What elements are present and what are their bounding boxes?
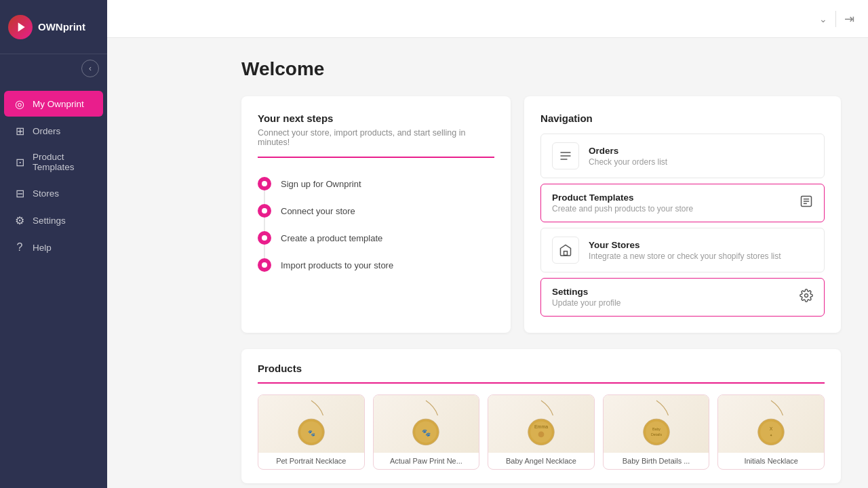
product-card-baby-birth[interactable]: Baby Details Baby Birth Details ... [603,394,710,470]
header: ⌄ ⇥ [107,0,868,38]
help-icon: ? [14,241,26,253]
stores-nav-icon [552,237,579,264]
sidebar-item-stores[interactable]: ⊟ Stores [4,180,103,206]
cards-row: Your next steps Connect your store, impo… [241,96,841,333]
product-image-baby-angel: Emma [488,395,594,453]
step-text-1: Sign up for Ownprint [281,179,361,189]
nav-items: Orders Check your orders list Product Te… [540,134,825,317]
my-ownprint-icon: ◎ [14,98,26,110]
product-name-baby-birth: Baby Birth Details ... [604,453,709,469]
step-dot-4 [258,258,271,272]
svg-text:✦: ✦ [770,432,772,436]
product-templates-icon: ⊡ [14,156,26,168]
product-image-baby-birth: Baby Details [604,395,709,453]
svg-point-19 [538,431,545,437]
product-name-paw-print: Actual Paw Print Ne... [374,453,479,469]
sidebar-item-settings[interactable]: ⚙ Settings [4,207,103,233]
product-templates-nav-content: Product Templates Create and push produc… [552,192,790,214]
settings-nav-icon [800,289,813,306]
settings-nav-label: Settings [552,287,790,297]
svg-text:🐾: 🐾 [422,428,431,436]
nav-item-product-templates[interactable]: Product Templates Create and push produc… [540,184,825,222]
product-image-initials: X ✦ [718,395,824,453]
nav-item-orders[interactable]: Orders Check your orders list [540,134,825,178]
sidebar-item-label: Settings [33,216,66,226]
product-templates-nav-icon [800,195,813,211]
products-title: Products [258,363,825,384]
orders-nav-content: Orders Check your orders list [589,146,813,167]
next-steps-subtitle: Connect your store, import products, and… [258,128,494,158]
step-text-3: Create a product template [281,233,382,243]
step-item: Connect your store [258,197,494,224]
sidebar-nav: ◎ My Ownprint ⊞ Orders ⊡ Product Templat… [0,83,107,268]
orders-nav-desc: Check your orders list [589,157,813,167]
sidebar-item-help[interactable]: ? Help [4,235,103,260]
product-templates-nav-desc: Create and push products to your store [552,204,790,214]
step-text-2: Connect your store [281,206,355,216]
settings-nav-content: Settings Update your profile [552,287,790,308]
steps-list: Sign up for Ownprint Connect your store … [258,170,494,279]
products-section: Products 🐾 Pet Portrait Necklace [241,349,841,483]
app-logo: OWNprint [0,0,107,54]
sidebar-item-label: My Ownprint [33,99,84,109]
svg-marker-0 [18,22,25,31]
sidebar-item-label: Orders [33,126,60,136]
sidebar-item-label: Stores [33,188,59,199]
svg-text:X: X [770,426,773,430]
settings-icon: ⚙ [14,214,26,226]
svg-text:Emma: Emma [534,424,548,429]
settings-nav-desc: Update your profile [552,298,790,308]
nav-card-title: Navigation [540,113,825,124]
product-name-pet-portrait: Pet Portrait Necklace [258,453,364,469]
product-card-baby-angel[interactable]: Emma Baby Angel Necklace [488,394,595,470]
svg-point-25 [760,421,782,443]
sidebar-item-orders[interactable]: ⊞ Orders [4,118,103,144]
product-name-initials: Initials Necklace [718,453,824,469]
next-steps-title: Your next steps [258,113,494,124]
sidebar-item-label: Help [33,243,52,253]
orders-nav-icon [552,142,579,169]
svg-rect-8 [564,251,568,256]
step-dot-1 [258,177,271,190]
logout-icon[interactable]: ⇥ [844,12,854,26]
product-image-pet-portrait: 🐾 [258,395,364,453]
product-name-baby-angel: Baby Angel Necklace [488,453,594,469]
svg-text:Details: Details [651,432,662,436]
product-templates-nav-label: Product Templates [552,192,790,203]
page-title: Welcome [241,58,841,80]
next-steps-card: Your next steps Connect your store, impo… [241,96,511,333]
collapse-button-container: ‹ [0,54,107,83]
stores-nav-content: Your Stores Integrate a new store or che… [589,240,813,261]
product-card-initials[interactable]: X ✦ Initials Necklace [717,394,825,470]
sidebar-item-product-templates[interactable]: ⊡ Product Templates [4,145,103,179]
svg-point-9 [805,294,808,298]
products-grid: 🐾 Pet Portrait Necklace 🐾 Actual Paw Pri… [258,394,825,470]
step-text-4: Import products to your store [281,260,393,270]
nav-item-your-stores[interactable]: Your Stores Integrate a new store or che… [540,228,825,272]
stores-nav-desc: Integrate a new store or check your shop… [589,251,813,261]
product-image-paw-print: 🐾 [374,395,479,453]
stores-icon: ⊟ [14,187,26,199]
svg-text:🐾: 🐾 [307,428,315,436]
step-item: Import products to your store [258,251,494,279]
orders-nav-label: Orders [589,146,813,156]
step-dot-3 [258,231,271,245]
chevron-down-icon[interactable]: ⌄ [819,14,827,24]
orders-icon: ⊞ [14,125,26,137]
header-divider [835,11,836,27]
sidebar-item-label: Product Templates [33,152,94,172]
main-content: Welcome Your next steps Connect your sto… [214,38,868,488]
product-card-pet-portrait[interactable]: 🐾 Pet Portrait Necklace [258,394,365,470]
product-card-paw-print[interactable]: 🐾 Actual Paw Print Ne... [373,394,480,470]
sidebar: OWNprint ‹ ◎ My Ownprint ⊞ Orders ⊡ Prod… [0,0,107,488]
sidebar-item-my-ownprint[interactable]: ◎ My Ownprint [4,91,103,117]
app-name: OWNprint [38,21,85,33]
nav-item-settings[interactable]: Settings Update your profile [540,278,825,317]
svg-text:Baby: Baby [652,426,660,430]
step-item: Sign up for Ownprint [258,170,494,197]
stores-nav-label: Your Stores [589,240,813,250]
logo-icon [8,15,33,39]
collapse-button[interactable]: ‹ [81,60,99,77]
step-item: Create a product template [258,224,494,251]
step-dot-2 [258,204,271,218]
